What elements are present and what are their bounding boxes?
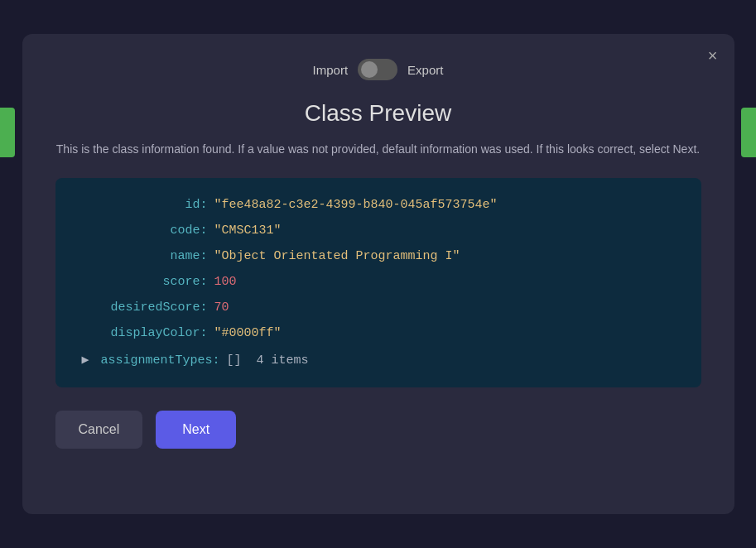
preview-key-id: id: <box>82 198 214 212</box>
close-button[interactable]: × <box>708 47 718 64</box>
preview-row-id: id: "fee48a82-c3e2-4399-b840-045af573754… <box>82 198 675 212</box>
preview-value-desired-score: 70 <box>214 300 229 315</box>
preview-row-desired-score: desiredScore: 70 <box>82 300 675 315</box>
preview-value-score: 100 <box>214 275 237 289</box>
import-label: Import <box>313 63 349 77</box>
export-label: Export <box>407 63 443 77</box>
preview-value-code: "CMSC131" <box>214 224 282 238</box>
preview-key-display-color: displayColor: <box>82 326 214 340</box>
buttons-row: Cancel Next <box>55 411 237 449</box>
modal-description: This is the class information found. If … <box>56 140 700 158</box>
modal-title: Class Preview <box>305 100 451 127</box>
modal-dialog: × Import Export Class Preview This is th… <box>22 34 734 514</box>
preview-box: id: "fee48a82-c3e2-4399-b840-045af573754… <box>55 178 701 387</box>
triangle-icon: ▶ <box>82 352 89 368</box>
import-export-toggle[interactable] <box>358 59 397 80</box>
preview-key-code: code: <box>82 224 214 238</box>
preview-row-assignment-types: ▶ assignmentTypes: [] 4 items <box>82 352 675 368</box>
toggle-knob <box>361 61 378 78</box>
preview-key-score: score: <box>82 275 214 289</box>
toggle-row: Import Export <box>313 59 444 80</box>
preview-value-name: "Object Orientated Programming I" <box>214 249 460 263</box>
modal-overlay: × Import Export Class Preview This is th… <box>0 0 756 548</box>
preview-key-assignment-types: assignmentTypes: <box>94 353 227 368</box>
preview-row-code: code: "CMSC131" <box>82 224 675 238</box>
preview-row-display-color: displayColor: "#0000ff" <box>82 326 675 340</box>
preview-value-assignment-types: [] 4 items <box>227 353 309 368</box>
preview-value-id: "fee48a82-c3e2-4399-b840-045af573754e" <box>214 198 498 212</box>
preview-value-display-color: "#0000ff" <box>214 326 282 340</box>
preview-key-name: name: <box>82 249 214 263</box>
next-button[interactable]: Next <box>156 411 236 449</box>
preview-key-desired-score: desiredScore: <box>82 300 214 315</box>
preview-row-name: name: "Object Orientated Programming I" <box>82 249 675 263</box>
cancel-button[interactable]: Cancel <box>55 411 143 449</box>
preview-row-score: score: 100 <box>82 275 675 289</box>
